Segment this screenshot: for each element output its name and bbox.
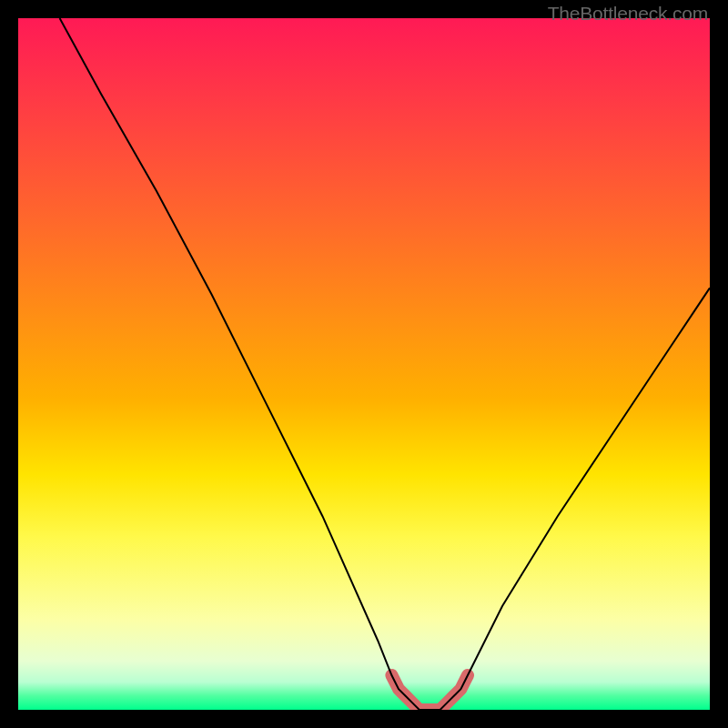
chart-frame: TheBottleneck.com xyxy=(0,0,728,728)
bottleneck-curve xyxy=(60,18,710,710)
curve-layer xyxy=(18,18,710,710)
watermark-text: TheBottleneck.com xyxy=(548,3,708,25)
plot-area xyxy=(18,18,710,710)
